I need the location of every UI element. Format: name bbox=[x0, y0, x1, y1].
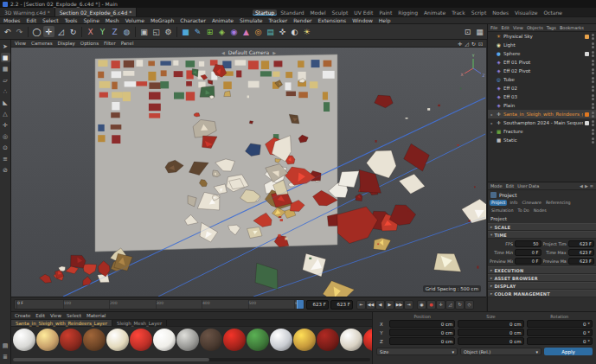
object-row-light[interactable]: ◉Light bbox=[488, 41, 596, 49]
layout-tab-octane[interactable]: Octane bbox=[541, 10, 565, 16]
enable-axis-icon[interactable]: ✛ bbox=[1, 120, 10, 130]
menu-window[interactable]: Window bbox=[352, 17, 373, 23]
object-tag-icon[interactable] bbox=[585, 121, 589, 125]
visibility-dot-render[interactable] bbox=[592, 124, 594, 126]
rotation-y-field[interactable]: 0 ° bbox=[527, 329, 593, 336]
move-tool-icon[interactable]: ✛ bbox=[43, 26, 54, 37]
section-header-color-management[interactable]: ▸COLOR MANAGEMENT bbox=[488, 290, 596, 297]
object-tag-icon[interactable] bbox=[585, 35, 589, 39]
section-header-display[interactable]: ▸DISPLAY bbox=[488, 282, 596, 290]
material-menu-select[interactable]: Select bbox=[67, 313, 81, 318]
play-button[interactable]: ▶ bbox=[385, 300, 394, 310]
rotate-tool-icon[interactable]: ↻ bbox=[67, 26, 79, 37]
attribute-tab-project[interactable]: Project bbox=[490, 200, 507, 206]
next-frame-button[interactable]: ▶▶ bbox=[394, 300, 404, 310]
layout-tab-nodes[interactable]: Nodes bbox=[490, 10, 511, 16]
visibility-dot-editor[interactable] bbox=[592, 51, 594, 54]
current-frame-field[interactable]: 623 F bbox=[306, 300, 329, 310]
viewport-menu-options[interactable]: Options bbox=[80, 41, 99, 46]
visibility-dot-editor[interactable] bbox=[592, 137, 594, 140]
quantize-icon[interactable]: ≡ bbox=[1, 154, 10, 163]
material-swatch[interactable] bbox=[293, 329, 316, 351]
attribute-field-time-max[interactable]: 623 F bbox=[568, 249, 595, 256]
menu-volume[interactable]: Volume bbox=[125, 17, 144, 23]
visibility-dot-render[interactable] bbox=[592, 141, 594, 144]
attribute-tab-info[interactable]: Info bbox=[508, 200, 519, 206]
layout-tab-uv-edit[interactable]: UV Edit bbox=[351, 10, 375, 16]
object-menu-tags[interactable]: Tags bbox=[547, 25, 556, 30]
menu-select[interactable]: Select bbox=[42, 17, 59, 23]
record-parameter-button[interactable]: ◇ bbox=[465, 300, 474, 310]
model-mode-icon[interactable]: ■ bbox=[1, 53, 10, 62]
snap-icon[interactable]: ⊙ bbox=[1, 143, 10, 152]
expand-arrow-icon[interactable]: ▸ bbox=[490, 112, 494, 117]
expand-arrow-icon[interactable]: ▸ bbox=[490, 121, 494, 125]
visibility-dot-render[interactable] bbox=[592, 132, 594, 135]
rotation-x-field[interactable]: 0 ° bbox=[527, 320, 593, 328]
document-tab-section-02-explode-6-c4d[interactable]: Section 02_Explode_6.c4d * bbox=[55, 8, 137, 16]
layout-tab-sculpt[interactable]: Sculpt bbox=[330, 10, 351, 16]
tracker-icon[interactable]: ✜ bbox=[277, 26, 288, 37]
visibility-dot-render[interactable] bbox=[592, 115, 594, 118]
viewport-solo-icon[interactable]: ◎ bbox=[1, 131, 10, 141]
object-row-tube[interactable]: ◎Tube bbox=[488, 75, 596, 84]
visibility-dot-editor[interactable] bbox=[592, 60, 594, 62]
cube-primitive-icon[interactable]: ■ bbox=[180, 26, 191, 37]
layout-tab-standard[interactable]: Standard bbox=[278, 10, 306, 16]
live-selection-icon[interactable]: ◯ bbox=[31, 26, 42, 37]
content-browser-icon[interactable]: ▤ bbox=[1, 341, 10, 350]
cloth-icon[interactable]: ▤ bbox=[265, 26, 276, 37]
material-swatch[interactable] bbox=[200, 329, 222, 351]
layout-tab-track[interactable]: Track bbox=[449, 10, 468, 16]
z-axis-lock-icon[interactable]: Z bbox=[109, 26, 120, 37]
end-frame-field[interactable]: 623 F bbox=[330, 300, 353, 310]
visibility-dot-editor[interactable] bbox=[592, 42, 594, 45]
record-keyframe-button[interactable]: ◉ bbox=[417, 300, 426, 310]
object-row-plain[interactable]: ◈Plain bbox=[488, 101, 596, 110]
viewport-scene-svg[interactable]: YXZ bbox=[11, 48, 486, 297]
material-swatch[interactable] bbox=[13, 329, 35, 351]
position-z-field[interactable]: 0 cm bbox=[389, 337, 455, 345]
layout-panels-icon[interactable]: ▦ bbox=[474, 26, 485, 37]
rotate-view-icon[interactable]: ↻ bbox=[471, 41, 476, 47]
section-header-execution[interactable]: ▸EXECUTION bbox=[488, 266, 596, 274]
size-x-field[interactable]: 0 cm bbox=[458, 320, 523, 328]
effector-icon[interactable]: ◈ bbox=[216, 26, 228, 37]
section-header-asset-browser[interactable]: ▸ASSET BROWSER bbox=[488, 274, 596, 282]
goto-start-button[interactable]: ⇤ bbox=[356, 300, 366, 310]
timeline-ruler[interactable]: 0 F100200300400500600 bbox=[14, 299, 304, 310]
panel-menu-icon[interactable]: ≡ bbox=[590, 183, 593, 188]
attribute-field-preview-min[interactable]: 0 F bbox=[515, 258, 542, 265]
visibility-dot-editor[interactable] bbox=[592, 129, 594, 131]
layout-tab-animate[interactable]: Animate bbox=[421, 10, 448, 16]
render-settings-icon[interactable]: ⚙ bbox=[163, 26, 174, 37]
attribute-field-project-time[interactable]: 623 F bbox=[568, 240, 595, 247]
object-menu-edit[interactable]: Edit bbox=[501, 25, 509, 30]
record-scale-button[interactable]: ◿ bbox=[445, 300, 455, 310]
layout-tab-startup[interactable]: Startup bbox=[253, 10, 277, 16]
visibility-dot-editor[interactable] bbox=[592, 94, 594, 97]
object-menu-view[interactable]: View bbox=[513, 25, 523, 30]
object-row-santa-in-sleigh-with-reindeers-grp[interactable]: ▸✛Santa_in_Sleigh_with_Reindeers_grp bbox=[488, 110, 596, 118]
layout-tab-model[interactable]: Model bbox=[308, 10, 329, 16]
attribute-tab-to-do[interactable]: To Do bbox=[516, 208, 531, 214]
toggle-view-icon[interactable]: ⊡ bbox=[478, 41, 483, 47]
camera-prev-icon[interactable]: ◀ bbox=[221, 50, 225, 55]
record-position-button[interactable]: ✛ bbox=[436, 300, 445, 310]
section-header-time[interactable]: ▾TIME bbox=[488, 231, 596, 239]
material-swatch[interactable] bbox=[60, 329, 82, 351]
section-header-scale[interactable]: ▸SCALE bbox=[488, 223, 596, 231]
volume-icon[interactable]: ◉ bbox=[228, 26, 240, 37]
viewport-menu-panel[interactable]: Panel bbox=[121, 41, 134, 46]
space-mode-dropdown[interactable]: Object (Rel.)▾ bbox=[460, 348, 542, 355]
visibility-dot-editor[interactable] bbox=[592, 86, 594, 88]
history-back-icon[interactable]: ◀ bbox=[580, 183, 583, 188]
visibility-dot-render[interactable] bbox=[592, 89, 594, 92]
attribute-menu-user-data[interactable]: User Data bbox=[517, 183, 539, 188]
menu-tools[interactable]: Tools bbox=[65, 17, 78, 23]
menu-edit[interactable]: Edit bbox=[26, 17, 36, 23]
material-menu-edit[interactable]: Edit bbox=[35, 313, 45, 318]
material-scrollbar-thumb[interactable] bbox=[13, 358, 209, 361]
document-tab-3d-warning-c4d[interactable]: 3D Warning.c4d * bbox=[0, 8, 55, 16]
position-y-field[interactable]: 0 cm bbox=[389, 329, 455, 336]
